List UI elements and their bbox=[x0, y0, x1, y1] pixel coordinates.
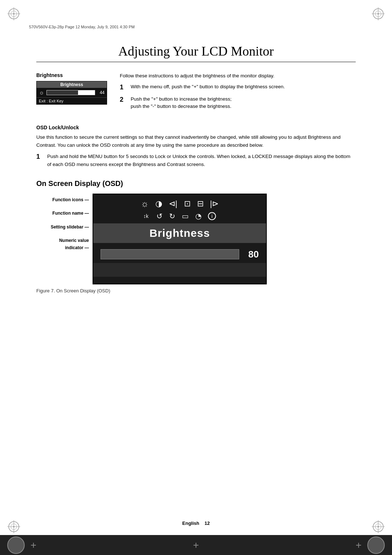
mini-osd-row: ☼ 44 bbox=[37, 88, 107, 97]
osd-lock-paragraph: Use this function to secure the current … bbox=[36, 133, 356, 149]
function-name-label: Function name — bbox=[36, 211, 93, 216]
numeric-value-label: Numeric value bbox=[36, 238, 93, 244]
osd-numeric-value: 80 bbox=[244, 249, 259, 260]
osd-main-heading: On Screen Display (OSD) bbox=[36, 179, 356, 188]
osd-screen: ☼ ◑ ⊲| ⊡ ⊟ |⊳ ↕k ↺ ↻ ▭ ◔ i bbox=[93, 194, 267, 284]
osd-screen-bottom bbox=[93, 263, 266, 277]
mini-osd-screen: Brightness ☼ 44 Exit : Exit Key bbox=[36, 81, 107, 105]
brightness-step2: 2 Push the "+" button to increase the br… bbox=[120, 96, 356, 110]
header-text: 570V560V-E3p-28p Page 12 Monday, July 9,… bbox=[29, 25, 135, 29]
brightness-osd-panel: Brightness Brightness ☼ 44 Exit : Exit K… bbox=[36, 72, 109, 105]
osd-lock-step1: 1 Push and hold the MENU button for 5 se… bbox=[36, 153, 356, 168]
bottom-bar-cross-left: + bbox=[30, 539, 36, 551]
mini-osd-value: 44 bbox=[97, 90, 105, 95]
indicator-label: indicator — bbox=[36, 245, 93, 251]
bottom-bar-circle-left bbox=[7, 536, 25, 554]
step1-number: 1 bbox=[120, 83, 127, 92]
brightness-step1: 1 With the menu off, push the "+" button… bbox=[120, 83, 356, 92]
mini-osd-bar-fill bbox=[47, 90, 78, 95]
brightness-section: Brightness Brightness ☼ 44 Exit : Exit K… bbox=[36, 72, 356, 114]
bottom-bar: + + + bbox=[0, 535, 392, 555]
icon-clipboard: ⊟ bbox=[197, 199, 204, 208]
bottom-bar-circle-right bbox=[367, 536, 385, 554]
svg-point-19 bbox=[377, 526, 379, 527]
brightness-intro: Follow these instructions to adjust the … bbox=[120, 72, 356, 80]
step2-number: 2 bbox=[120, 96, 127, 110]
osd-diagram: Function icons — Function name — Setting… bbox=[36, 194, 356, 284]
bottom-bar-cross-right: + bbox=[356, 539, 362, 551]
icon-forward: |⊳ bbox=[210, 199, 219, 208]
sun-icon: ☼ bbox=[39, 89, 44, 96]
osd-labels: Function icons — Function name — Setting… bbox=[36, 194, 93, 251]
icon-display: ⊡ bbox=[184, 199, 191, 208]
svg-point-4 bbox=[13, 13, 15, 15]
step1-text: With the menu off, push the "+" button t… bbox=[131, 83, 285, 92]
osd-icons-row1: ☼ ◑ ⊲| ⊡ ⊟ |⊳ bbox=[93, 194, 266, 211]
page-title: Adjusting Your LCD Monitor bbox=[36, 44, 356, 62]
footer-page: 12 bbox=[204, 520, 209, 526]
mini-osd-title: Brightness bbox=[37, 81, 107, 88]
footer-language: English bbox=[182, 520, 199, 526]
corner-mark-tl bbox=[7, 7, 29, 29]
osd-icons-row2: ↕k ↺ ↻ ▭ ◔ i bbox=[93, 211, 266, 223]
setting-slidebar-label: Setting slidebar — bbox=[36, 224, 93, 230]
icon-circle-half: ◑ bbox=[155, 199, 162, 208]
osd-lock-heading: OSD Lock/Unlock bbox=[36, 125, 356, 130]
corner-mark-tr bbox=[363, 7, 385, 29]
figure-caption: Figure 7. On Screen Display (OSD) bbox=[36, 288, 356, 293]
mini-osd-bar bbox=[46, 90, 95, 95]
osd-slider-row: 80 bbox=[93, 243, 266, 263]
content: Adjusting Your LCD Monitor Brightness Br… bbox=[36, 36, 356, 511]
icon-rotate-left: ↺ bbox=[156, 212, 163, 220]
svg-point-14 bbox=[13, 526, 15, 527]
corner-mark-bl bbox=[7, 511, 29, 533]
osd-lock-section: OSD Lock/Unlock Use this function to sec… bbox=[36, 125, 356, 168]
function-icons-label: Function icons — bbox=[36, 197, 93, 203]
icon-square: ▭ bbox=[182, 212, 189, 220]
icon-rotate-right: ↻ bbox=[169, 212, 175, 220]
icon-sun: ☼ bbox=[141, 199, 149, 209]
brightness-instructions: Follow these instructions to adjust the … bbox=[120, 72, 356, 114]
osd-screen-title: Brightness bbox=[93, 223, 266, 243]
svg-point-9 bbox=[377, 13, 379, 15]
mini-osd-footer: Exit : Exit Key bbox=[37, 97, 107, 104]
icon-clock: ◔ bbox=[195, 212, 201, 220]
step2-text: Push the "+" button to increase the brig… bbox=[131, 96, 232, 110]
osd-step1-text: Push and hold the MENU button for 5 seco… bbox=[47, 153, 356, 168]
corner-mark-br bbox=[363, 511, 385, 533]
osd-step1-number: 1 bbox=[36, 153, 44, 168]
icon-info: i bbox=[208, 212, 216, 220]
brightness-heading: Brightness bbox=[36, 72, 109, 78]
header-bar: 570V560V-E3p-28p Page 12 Monday, July 9,… bbox=[29, 25, 363, 29]
osd-slider bbox=[101, 249, 239, 259]
icon-rewind: ⊲| bbox=[169, 199, 177, 208]
bottom-bar-cross-center: + bbox=[193, 539, 199, 551]
osd-display-section: On Screen Display (OSD) Function icons —… bbox=[36, 179, 356, 293]
page: 570V560V-E3p-28p Page 12 Monday, July 9,… bbox=[0, 0, 392, 555]
icon-cursor: ↕k bbox=[143, 213, 150, 219]
page-footer: English 12 bbox=[0, 520, 392, 526]
